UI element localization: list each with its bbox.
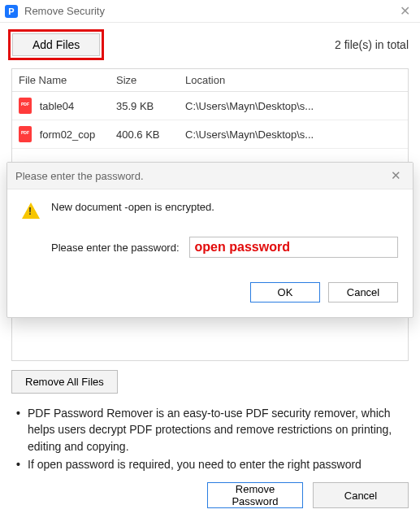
ok-button[interactable]: OK: [250, 282, 320, 303]
table-header: File Name Size Location: [12, 69, 408, 92]
col-header-size[interactable]: Size: [110, 69, 179, 91]
file-size: 35.9 KB: [110, 94, 179, 118]
password-dialog: Please enter the password. ✕ New documen…: [6, 162, 414, 318]
dialog-close-icon[interactable]: ✕: [388, 168, 405, 183]
password-prompt-label: Please enter the password:: [51, 242, 180, 254]
footer-actions: Remove Password Cancel: [207, 482, 409, 508]
cancel-button[interactable]: Cancel: [328, 282, 398, 303]
app-logo-icon: P: [5, 5, 18, 18]
info-bullet: PDF Password Remover is an easy-to-use P…: [16, 405, 409, 455]
window-title: Remove Security: [24, 5, 395, 17]
add-files-highlight: Add Files: [8, 29, 104, 60]
table-row[interactable]: table04 35.9 KB C:\Users\Mayn\Desktop\s.…: [12, 92, 408, 120]
top-row: Add Files 2 file(s) in total: [0, 23, 420, 68]
file-location: C:\Users\Mayn\Desktop\s...: [179, 123, 408, 146]
password-input[interactable]: [189, 237, 398, 258]
titlebar: P Remove Security ✕: [0, 0, 420, 23]
remove-password-button[interactable]: Remove Password: [207, 482, 303, 508]
file-size: 400.6 KB: [110, 123, 179, 146]
file-location: C:\Users\Mayn\Desktop\s...: [179, 94, 408, 118]
close-icon[interactable]: ✕: [395, 3, 415, 19]
file-name: table04: [40, 100, 75, 112]
footer-cancel-button[interactable]: Cancel: [313, 482, 409, 508]
col-header-name[interactable]: File Name: [12, 69, 110, 91]
add-files-button[interactable]: Add Files: [12, 33, 100, 56]
dialog-message: New document -open is encrypted.: [51, 201, 214, 213]
remove-all-button[interactable]: Remove All Files: [11, 370, 118, 394]
pdf-icon: [19, 98, 32, 114]
remove-all-wrap: Remove All Files: [11, 370, 118, 394]
dialog-title: Please enter the password.: [15, 170, 144, 182]
info-bullet: If open password is required, you need t…: [16, 456, 409, 472]
dialog-titlebar: Please enter the password. ✕: [7, 163, 413, 189]
info-text: PDF Password Remover is an easy-to-use P…: [16, 405, 409, 474]
file-name: form02_cop: [40, 128, 96, 141]
file-total-label: 2 file(s) in total: [335, 38, 409, 51]
col-header-location[interactable]: Location: [179, 69, 408, 91]
warning-icon: [22, 202, 40, 219]
pdf-icon: [19, 126, 32, 142]
table-row[interactable]: form02_cop 400.6 KB C:\Users\Mayn\Deskto…: [12, 120, 408, 149]
